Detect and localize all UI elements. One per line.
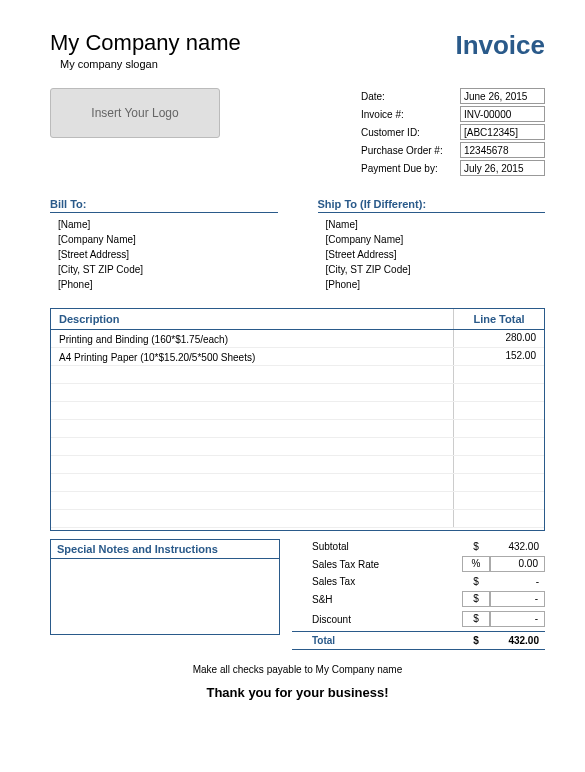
header: My Company name My company slogan Invoic… <box>50 30 545 70</box>
notes-title: Special Notes and Instructions <box>51 540 279 559</box>
meta-value-date[interactable]: June 26, 2015 <box>460 88 545 104</box>
company-block: My Company name My company slogan <box>50 30 241 70</box>
item-desc: A4 Printing Paper (10*$15.20/5*500 Sheet… <box>51 348 454 365</box>
ship-to-name[interactable]: [Name] <box>326 219 546 230</box>
meta-label-date: Date: <box>361 88 456 106</box>
total-label: Total <box>292 635 462 646</box>
meta-value-due[interactable]: July 26, 2015 <box>460 160 545 176</box>
sh-row: S&H $ - <box>292 589 545 609</box>
table-row[interactable]: Printing and Binding (160*$1.75/each)280… <box>51 330 544 348</box>
meta-value-po[interactable]: 12345678 <box>460 142 545 158</box>
sh-sym: $ <box>462 591 490 607</box>
sh-label: S&H <box>292 594 462 605</box>
company-slogan: My company slogan <box>60 58 241 70</box>
bottom-section: Special Notes and Instructions Subtotal … <box>50 539 545 650</box>
total-val: 432.00 <box>490 635 545 646</box>
notes-box: Special Notes and Instructions <box>50 539 280 635</box>
subtotal-sym: $ <box>462 541 490 552</box>
taxrate-val[interactable]: 0.00 <box>490 556 545 572</box>
ship-to-city[interactable]: [City, ST ZIP Code] <box>326 264 546 275</box>
bill-to-phone[interactable]: [Phone] <box>58 279 278 290</box>
table-row[interactable] <box>51 492 544 510</box>
totals-block: Subtotal $ 432.00 Sales Tax Rate % 0.00 … <box>292 539 545 650</box>
table-row[interactable]: A4 Printing Paper (10*$15.20/5*500 Sheet… <box>51 348 544 366</box>
ship-to-title: Ship To (If Different): <box>318 198 546 213</box>
table-row[interactable] <box>51 474 544 492</box>
item-total: 152.00 <box>454 348 544 365</box>
bill-to-city[interactable]: [City, ST ZIP Code] <box>58 264 278 275</box>
bill-to-name[interactable]: [Name] <box>58 219 278 230</box>
subtotal-val: 432.00 <box>490 541 545 552</box>
table-row[interactable] <box>51 438 544 456</box>
thankyou-text: Thank you for your business! <box>50 685 545 700</box>
addresses: Bill To: [Name] [Company Name] [Street A… <box>50 198 545 294</box>
ship-to-block: Ship To (If Different): [Name] [Company … <box>318 198 546 294</box>
ship-to-company[interactable]: [Company Name] <box>326 234 546 245</box>
logo-meta-row: Insert Your Logo Date: Invoice #: Custom… <box>50 88 545 178</box>
tax-sym: $ <box>462 576 490 587</box>
discount-label: Discount <box>292 614 462 625</box>
discount-sym: $ <box>462 611 490 627</box>
meta-label-due: Payment Due by: <box>361 160 456 178</box>
meta-value-invoice-no[interactable]: INV-00000 <box>460 106 545 122</box>
items-header-desc: Description <box>51 309 454 329</box>
bill-to-company[interactable]: [Company Name] <box>58 234 278 245</box>
sh-val[interactable]: - <box>490 591 545 607</box>
table-row[interactable] <box>51 366 544 384</box>
ship-to-street[interactable]: [Street Address] <box>326 249 546 260</box>
items-table: Description Line Total Printing and Bind… <box>50 308 545 531</box>
invoice-title: Invoice <box>455 30 545 61</box>
meta-label-customer-id: Customer ID: <box>361 124 456 142</box>
item-desc: Printing and Binding (160*$1.75/each) <box>51 330 454 347</box>
meta-label-po: Purchase Order #: <box>361 142 456 160</box>
taxrate-sym: % <box>462 556 490 572</box>
tax-row: Sales Tax $ - <box>292 574 545 589</box>
tax-label: Sales Tax <box>292 576 462 587</box>
table-row[interactable] <box>51 456 544 474</box>
payable-text: Make all checks payable to My Company na… <box>50 664 545 675</box>
tax-val: - <box>490 576 545 587</box>
item-total: 280.00 <box>454 330 544 347</box>
bill-to-block: Bill To: [Name] [Company Name] [Street A… <box>50 198 278 294</box>
items-header: Description Line Total <box>51 309 544 330</box>
total-row: Total $ 432.00 <box>292 631 545 650</box>
subtotal-row: Subtotal $ 432.00 <box>292 539 545 554</box>
items-header-total: Line Total <box>454 309 544 329</box>
discount-val[interactable]: - <box>490 611 545 627</box>
taxrate-label: Sales Tax Rate <box>292 559 462 570</box>
discount-row: Discount $ - <box>292 609 545 629</box>
table-row[interactable] <box>51 420 544 438</box>
invoice-meta: Date: Invoice #: Customer ID: Purchase O… <box>361 88 545 178</box>
meta-labels: Date: Invoice #: Customer ID: Purchase O… <box>361 88 456 178</box>
bill-to-title: Bill To: <box>50 198 278 213</box>
meta-label-invoice-no: Invoice #: <box>361 106 456 124</box>
company-name: My Company name <box>50 30 241 56</box>
table-row[interactable] <box>51 402 544 420</box>
total-sym: $ <box>462 635 490 646</box>
taxrate-row: Sales Tax Rate % 0.00 <box>292 554 545 574</box>
table-row[interactable] <box>51 510 544 528</box>
subtotal-label: Subtotal <box>292 541 462 552</box>
meta-value-customer-id[interactable]: [ABC12345] <box>460 124 545 140</box>
notes-body[interactable] <box>51 559 279 634</box>
logo-placeholder[interactable]: Insert Your Logo <box>50 88 220 138</box>
bill-to-street[interactable]: [Street Address] <box>58 249 278 260</box>
table-row[interactable] <box>51 384 544 402</box>
items-body: Printing and Binding (160*$1.75/each)280… <box>51 330 544 530</box>
meta-values: June 26, 2015 INV-00000 [ABC12345] 12345… <box>460 88 545 178</box>
ship-to-phone[interactable]: [Phone] <box>326 279 546 290</box>
